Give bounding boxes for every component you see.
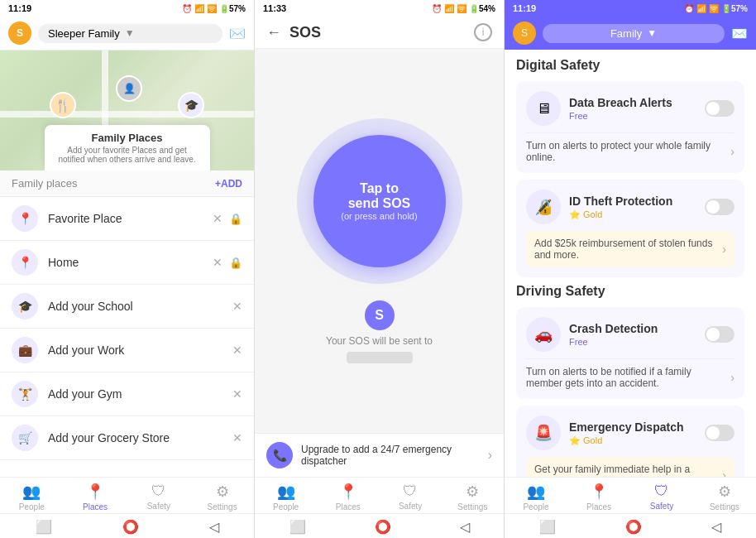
envelope-icon[interactable]: ✉️ — [229, 26, 246, 41]
emergency-dispatch-toggle[interactable] — [705, 425, 734, 441]
left-status-icons: ⏰ 📶 🛜 🔋57% — [182, 4, 246, 13]
school-place-name[interactable]: Add your School — [48, 300, 222, 313]
school-place-actions: ✕ — [232, 300, 242, 313]
circle-btn[interactable]: ⭕ — [609, 517, 658, 536]
places-icon: 📍 — [590, 483, 608, 501]
nav-places[interactable]: 📍 Places — [64, 483, 127, 512]
nav-settings[interactable]: ⚙ Settings — [693, 483, 756, 512]
middle-status-icons: ⏰ 📶 🛜 🔋54% — [432, 4, 495, 13]
remove-icon[interactable]: ✕ — [232, 387, 242, 401]
gym-place-name[interactable]: Add your Gym — [48, 387, 222, 401]
grocery-place-name[interactable]: Add your Grocery Store — [48, 431, 222, 444]
data-breach-name: Data Breach Alerts — [569, 96, 696, 109]
places-icon: 📍 — [86, 483, 104, 501]
upgrade-banner[interactable]: 📞 Upgrade to add a 24/7 emergency dispat… — [255, 433, 504, 477]
nav-settings-label: Settings — [208, 502, 237, 512]
middle-status-bar: 11:33 ⏰ 📶 🛜 🔋54% — [255, 0, 504, 17]
right-family-selector[interactable]: Family ▼ — [543, 24, 725, 43]
nav-people-label: People — [273, 502, 299, 512]
circle-btn[interactable]: ⭕ — [358, 517, 408, 536]
id-theft-icon: 🔏 — [526, 190, 561, 224]
right-envelope-icon[interactable]: ✉️ — [731, 26, 748, 41]
nav-safety-label: Safety — [147, 502, 170, 511]
chevron-right-icon: › — [730, 145, 734, 158]
nav-safety[interactable]: 🛡 Safety — [127, 483, 191, 512]
lock-icon[interactable]: 🔒 — [229, 213, 242, 225]
square-btn[interactable]: ⬜ — [19, 517, 69, 536]
settings-icon: ⚙ — [718, 483, 731, 501]
crash-detection-desc-row[interactable]: Turn on alerts to be notified if a famil… — [526, 358, 734, 389]
right-avatar[interactable]: S — [513, 22, 536, 45]
places-icon: 📍 — [339, 483, 357, 501]
remove-icon[interactable]: ✕ — [232, 300, 242, 313]
id-theft-badge: Gold — [569, 209, 696, 220]
data-breach-toggle[interactable] — [705, 100, 734, 117]
remove-icon[interactable]: ✕ — [213, 256, 222, 269]
nav-people[interactable]: 👥 People — [255, 483, 317, 512]
square-btn[interactable]: ⬜ — [273, 517, 323, 536]
crash-detection-icon: 🚗 — [526, 317, 561, 352]
nav-settings[interactable]: ⚙ Settings — [442, 483, 504, 512]
nav-people[interactable]: 👥 People — [0, 483, 64, 512]
places-card-title: Family Places — [58, 132, 197, 144]
info-icon[interactable]: i — [474, 23, 492, 41]
nav-places[interactable]: 📍 Places — [567, 483, 630, 512]
places-list: 📍 Favorite Place ✕ 🔒 📍 Home ✕ 🔒 🎓 Add yo… — [0, 197, 254, 477]
sos-main-area: Tap to send SOS (or press and hold) S Yo… — [255, 49, 504, 433]
school-icon-circle: 🎓 — [12, 293, 38, 319]
sos-page-title: SOS — [289, 24, 466, 41]
nav-safety[interactable]: 🛡 Safety — [380, 483, 442, 512]
back-button[interactable]: ← — [266, 24, 281, 41]
wifi-icon: 🛜 — [457, 4, 467, 13]
wifi-icon: 🛜 — [709, 4, 719, 13]
id-theft-desc-row[interactable]: Add $25k reimbursement of stolen funds a… — [526, 231, 734, 267]
chevron-right-icon: › — [722, 243, 726, 256]
emergency-dispatch-badge: Gold — [569, 435, 696, 446]
recipient-initial: S — [375, 308, 384, 323]
add-places-button[interactable]: +ADD — [215, 178, 242, 190]
circle-btn[interactable]: ⭕ — [106, 517, 156, 536]
crash-detection-name: Crash Detection — [569, 322, 696, 335]
signal-icon: 📶 — [444, 4, 454, 13]
grocery-place-actions: ✕ — [232, 431, 242, 444]
left-status-bar: 11:19 ⏰ 📶 🛜 🔋57% — [0, 0, 254, 17]
triangle-btn[interactable]: ◁ — [695, 517, 738, 536]
family-selector[interactable]: Sleeper Family ▼ — [38, 24, 222, 43]
places-header: Family places +ADD — [0, 171, 254, 197]
nav-safety[interactable]: 🛡 Safety — [630, 483, 693, 512]
right-family-name: Family — [610, 27, 642, 40]
grocery-icon-circle: 🛒 — [12, 425, 38, 451]
id-theft-info: ID Theft Protection Gold — [569, 195, 696, 220]
sos-button[interactable]: Tap to send SOS (or press and hold) — [313, 135, 446, 267]
recipient-name-bar — [347, 352, 413, 363]
remove-icon[interactable]: ✕ — [232, 343, 242, 357]
square-btn[interactable]: ⬜ — [523, 517, 572, 536]
data-breach-icon: 🖥 — [526, 91, 561, 126]
emergency-dispatch-desc-row[interactable]: Get your family immediate help in a coll… — [526, 457, 734, 477]
battery-icon: 🔋57% — [219, 4, 246, 13]
left-avatar[interactable]: S — [8, 22, 31, 45]
triangle-btn[interactable]: ◁ — [193, 517, 236, 536]
upgrade-text: Upgrade to add a 24/7 emergency dispatch… — [301, 444, 480, 467]
lock-icon[interactable]: 🔒 — [229, 257, 242, 269]
alarm-icon: ⏰ — [432, 4, 442, 13]
crash-detection-desc: Turn on alerts to be notified if a famil… — [526, 366, 725, 389]
nav-safety-label: Safety — [399, 502, 422, 511]
nav-people[interactable]: 👥 People — [505, 483, 567, 512]
crash-detection-toggle[interactable] — [705, 326, 734, 343]
people-icon: 👥 — [22, 483, 41, 501]
data-breach-desc-row[interactable]: Turn on alerts to protect your whole fam… — [526, 132, 734, 163]
id-theft-toggle[interactable] — [705, 199, 734, 215]
nav-settings[interactable]: ⚙ Settings — [190, 483, 254, 512]
remove-icon[interactable]: ✕ — [232, 431, 242, 444]
remove-icon[interactable]: ✕ — [213, 212, 222, 225]
right-header: S Family ▼ ✉️ — [505, 17, 756, 50]
crash-detection-badge: Free — [569, 337, 696, 347]
sos-dispatcher-icon: 📞 — [266, 442, 293, 468]
triangle-btn[interactable]: ◁ — [443, 517, 486, 536]
work-place-name[interactable]: Add your Work — [48, 343, 222, 357]
nav-places[interactable]: 📍 Places — [317, 483, 379, 512]
alarm-icon: ⏰ — [182, 4, 192, 13]
data-breach-info: Data Breach Alerts Free — [569, 96, 696, 121]
middle-header: ← SOS i — [255, 17, 504, 49]
